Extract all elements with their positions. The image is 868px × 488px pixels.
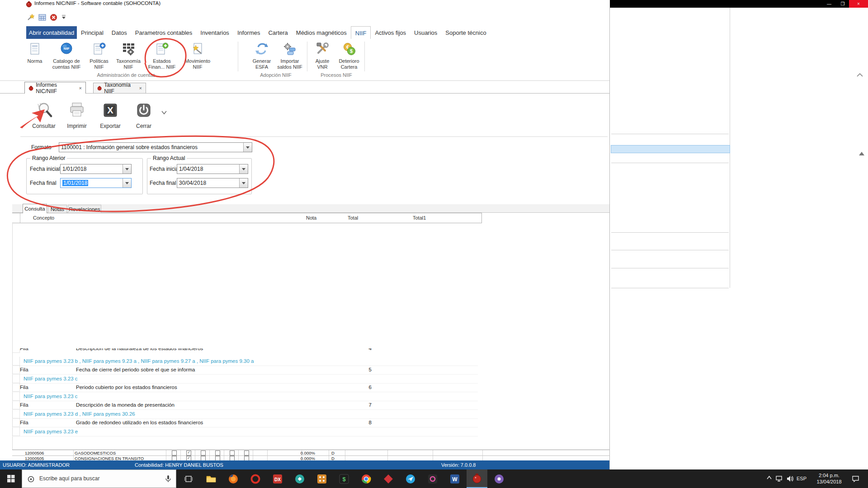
consultar-button[interactable]: Consultar [29, 100, 58, 129]
calculator-icon[interactable] [38, 14, 46, 21]
search-box[interactable]: Escribe aquí para buscar [22, 469, 176, 488]
row-selector[interactable] [12, 401, 20, 409]
close-button[interactable]: × [849, 0, 868, 8]
taskbar-app-sohoconta-active[interactable] [467, 469, 487, 488]
clock[interactable]: 2:04 p.m. 13/04/2018 [813, 472, 845, 485]
taskbar-app-purple[interactable] [489, 469, 509, 488]
row-selector[interactable] [12, 392, 20, 401]
notification-center-icon[interactable] [852, 475, 859, 482]
taskbar-app-teal[interactable] [289, 469, 310, 488]
grid-row-fila[interactable]: Fila Grado de redondeo utilizado en los … [12, 418, 478, 427]
microphone-icon[interactable] [165, 475, 171, 483]
doc-tab-close-icon[interactable]: × [139, 85, 142, 91]
grid-row-fila[interactable]: Fila Fecha de cierre del periodo sobre e… [12, 366, 478, 375]
language-indicator[interactable]: ESP [797, 476, 807, 481]
grid-row-fila[interactable]: Fila Periodo cubierto por los estados fi… [12, 383, 478, 392]
checkbox[interactable]: ✓ [186, 450, 191, 455]
checkbox[interactable] [215, 450, 220, 455]
tab-principal[interactable]: Principal [77, 26, 108, 39]
row-selector[interactable] [12, 348, 20, 353]
row-selector[interactable] [12, 427, 20, 436]
row-selector[interactable] [12, 410, 20, 418]
tab-inventarios[interactable]: Inventarios [196, 26, 233, 39]
dropdown-arrow-icon[interactable] [243, 143, 252, 152]
checkbox[interactable] [172, 450, 177, 455]
cancel-icon[interactable] [50, 14, 57, 21]
niif-reference-link[interactable]: NIIF para pymes 3.23 d , NIIF para pymes… [24, 411, 135, 417]
network-icon[interactable] [776, 475, 783, 482]
fecha-final-actual-combobox[interactable]: 30/04/2018 [177, 178, 248, 188]
taskbar-app-chrome[interactable] [356, 469, 377, 488]
dropdown-arrow-icon[interactable] [239, 164, 248, 174]
niif-reference-link[interactable]: NIIF para pymes 3.23 c [24, 394, 78, 399]
grid-row-link[interactable]: NIIF para pymes 3.23 d , NIIF para pymes… [12, 410, 478, 419]
dropdown-arrow-icon[interactable] [123, 178, 131, 188]
niif-reference-link[interactable]: NIIF para pymes 3.23 e [24, 429, 78, 434]
minimize-button[interactable]: — [822, 0, 836, 8]
grid-row-link[interactable]: NIIF para pymes 3.23 c [12, 375, 478, 384]
dropdown-arrow-icon[interactable] [239, 178, 248, 188]
scrollbar-up-icon[interactable] [859, 149, 864, 155]
row-selector[interactable] [12, 357, 20, 366]
view-tab-consulta[interactable]: Consulta [23, 204, 47, 213]
taskbar-app-file-explorer[interactable] [201, 469, 222, 488]
taskbar-app-red-diamond[interactable] [378, 469, 399, 488]
speaker-icon[interactable] [787, 475, 794, 482]
cerrar-button[interactable]: Cerrar [129, 100, 158, 129]
grid-selector-column[interactable] [12, 213, 20, 223]
commands-chevron-down-icon[interactable] [161, 110, 167, 115]
view-tab-notas[interactable]: Notas [48, 205, 67, 213]
row-selector[interactable] [12, 418, 20, 427]
wizard-icon[interactable] [27, 14, 34, 21]
tab-niif[interactable]: NIIF [351, 26, 371, 39]
tab-cartera[interactable]: Cartera [264, 26, 292, 39]
doc-tab-taxonomia[interactable]: Taxonomía NIIF × [93, 83, 146, 93]
grid-row-link[interactable]: NIIF para pymes 3.23 e [12, 427, 478, 436]
grid-row-link[interactable]: NIIF para pymes 3.23 b , NIIF para pymes… [12, 357, 478, 366]
taskbar-app-orange[interactable] [311, 469, 332, 488]
checkbox[interactable] [230, 450, 235, 455]
column-header-total1[interactable]: Total1 [413, 215, 426, 221]
fecha-inicial-actual-combobox[interactable]: 1/04/2018 [177, 164, 248, 174]
file-tab-abrir-contabilidad[interactable]: Abrir contabilidad [26, 26, 77, 39]
taskbar-app-dx[interactable]: DX [267, 469, 288, 488]
tab-activos-fijos[interactable]: Activos fijos [371, 26, 410, 39]
taskbar-app-messenger[interactable] [400, 469, 421, 488]
tab-datos[interactable]: Datos [108, 26, 131, 39]
taskbar-app-photos[interactable] [422, 469, 443, 488]
dropdown-arrow-icon[interactable] [123, 164, 131, 174]
fecha-final-anterior-combobox[interactable]: 1/01/2018 [60, 178, 132, 188]
column-header-concepto[interactable]: Concepto [33, 215, 54, 221]
taskbar-app-word[interactable]: W [444, 469, 465, 488]
column-header-nota[interactable]: Nota [306, 215, 316, 221]
maximize-button[interactable]: ❐ [836, 0, 849, 8]
fecha-inicial-anterior-combobox[interactable]: 1/01/2018 [60, 164, 132, 174]
tray-chevron-up-icon[interactable] [766, 475, 772, 480]
row-selector[interactable] [12, 366, 20, 374]
view-tab-revelaciones[interactable]: Revelaciones [68, 205, 101, 213]
grid-row-fila[interactable]: Fila Descripción de la moneda de present… [12, 401, 478, 410]
row-selector[interactable] [12, 375, 20, 383]
column-header-total[interactable]: Total [348, 215, 358, 221]
collapse-chevron-icon[interactable] [856, 72, 863, 78]
niif-reference-link[interactable]: NIIF para pymes 3.23 b , NIIF para pymes… [24, 358, 254, 364]
niif-reference-link[interactable]: NIIF para pymes 3.23 c [24, 376, 78, 381]
tab-soporte-tecnico[interactable]: Soporte técnico [441, 26, 490, 39]
doc-tab-informes[interactable]: Informes NIC/NIIF × [24, 82, 86, 94]
formato-combobox[interactable]: 1100001 : Información general sobre esta… [59, 142, 252, 152]
doc-tab-close-icon[interactable]: × [79, 85, 82, 91]
checkbox[interactable] [244, 450, 249, 455]
task-view-button[interactable] [178, 469, 199, 488]
taskbar-app-firefox[interactable] [223, 469, 244, 488]
grid-row-link[interactable]: NIIF para pymes 3.23 c [12, 392, 478, 401]
row-selector[interactable] [12, 383, 20, 392]
checkbox[interactable] [201, 450, 206, 455]
tab-medios-magneticos[interactable]: Médios magnéticos [292, 26, 351, 39]
tab-usuarios[interactable]: Usuarios [410, 26, 441, 39]
tab-parametros-contables[interactable]: Parametros contables [131, 26, 196, 39]
taskbar-app-finance[interactable]: $ [334, 469, 354, 488]
tab-informes[interactable]: Informes [233, 26, 264, 39]
start-button[interactable] [0, 469, 22, 488]
imprimir-button[interactable]: Imprimir [62, 100, 91, 129]
taskbar-app-red-ring[interactable] [245, 469, 266, 488]
